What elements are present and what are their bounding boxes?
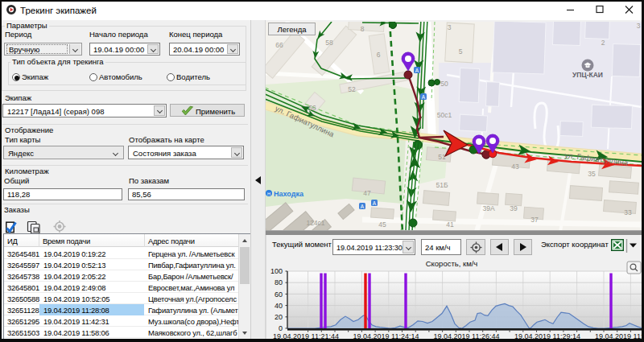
- svg-text:39А: 39А: [482, 204, 494, 212]
- svg-text:51Б: 51Б: [436, 181, 448, 189]
- svg-text:58: 58: [325, 39, 333, 47]
- svg-text:124с1: 124с1: [306, 219, 324, 227]
- svg-text:А: А: [422, 94, 426, 100]
- svg-text:8: 8: [361, 25, 365, 33]
- svg-text:А: А: [373, 200, 377, 206]
- svg-text:66: 66: [275, 41, 283, 49]
- svg-text:51: 51: [438, 153, 446, 161]
- svg-text:19.04.2019 11:26:44: 19.04.2019 11:26:44: [434, 332, 500, 340]
- svg-text:19.04.2019 11:21:44: 19.04.2019 11:21:44: [273, 332, 339, 340]
- svg-text:А: А: [415, 68, 419, 73]
- svg-text:39: 39: [510, 204, 518, 212]
- svg-text:56: 56: [308, 104, 316, 112]
- svg-text:52: 52: [348, 85, 356, 93]
- svg-text:А: А: [361, 204, 365, 209]
- svg-text:19.04.2019 11:29:14: 19.04.2019 11:29:14: [514, 332, 580, 340]
- svg-text:33: 33: [624, 208, 632, 216]
- svg-text:Н: Н: [267, 192, 270, 196]
- svg-text:50с1: 50с1: [437, 111, 452, 119]
- svg-text:19.04.2019 11:24:14: 19.04.2019 11:24:14: [353, 332, 419, 340]
- svg-text:80: 80: [275, 278, 283, 286]
- svg-text:5: 5: [459, 47, 463, 56]
- svg-text:Скорость, км/ч: Скорость, км/ч: [426, 259, 478, 268]
- svg-text:19.04.2019 11:31:44: 19.04.2019 11:31:44: [595, 332, 642, 340]
- svg-text:35: 35: [588, 170, 596, 178]
- svg-text:40: 40: [275, 302, 283, 310]
- svg-text:37: 37: [530, 216, 539, 224]
- svg-text:2: 2: [601, 39, 605, 47]
- svg-text:45: 45: [378, 220, 386, 229]
- svg-text:47: 47: [363, 189, 371, 197]
- svg-text:50: 50: [440, 80, 448, 88]
- svg-text:3: 3: [448, 23, 452, 31]
- svg-text:6: 6: [377, 51, 381, 59]
- svg-text:УПЦ-КАИ: УПЦ-КАИ: [572, 71, 603, 79]
- svg-text:100: 100: [270, 267, 283, 275]
- svg-text:41: 41: [446, 220, 454, 229]
- svg-text:43: 43: [511, 163, 519, 171]
- svg-text:60: 60: [275, 290, 283, 299]
- svg-text:Находка: Находка: [274, 190, 304, 198]
- svg-text:3: 3: [637, 22, 641, 30]
- svg-text:20: 20: [275, 313, 283, 321]
